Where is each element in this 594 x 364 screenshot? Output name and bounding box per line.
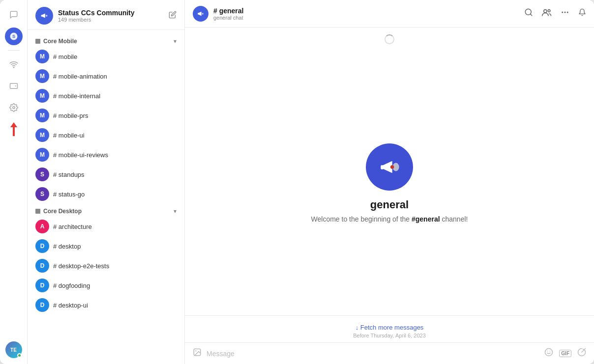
chat-channel-subtitle: general chat [213, 15, 243, 21]
channel-avatar: M [35, 148, 49, 162]
channel-name: # mobile [53, 53, 77, 60]
channel-name: # dogfooding [53, 282, 90, 289]
section-title-core-mobile: Core Mobile [35, 38, 77, 45]
channel-name: # mobile-internal [53, 92, 100, 100]
channel-desktop-ui[interactable]: D # desktop-ui [28, 295, 184, 315]
status-orb-icon[interactable]: S [5, 28, 23, 45]
channel-avatar: M [35, 109, 49, 122]
icon-bar: S [0, 0, 28, 364]
channel-mobile[interactable]: M # mobile [28, 47, 184, 66]
channel-avatar: M [35, 128, 49, 142]
community-info: Status CCs Community 149 members [35, 7, 135, 25]
channel-name: # standups [53, 171, 85, 178]
edit-icon[interactable] [169, 11, 177, 21]
app-window: S [0, 0, 594, 364]
community-logo [35, 7, 53, 25]
svg-point-8 [46, 15, 48, 17]
message-input[interactable] [207, 350, 539, 358]
emoji-icon[interactable] [544, 348, 553, 359]
loading-spinner [385, 34, 394, 44]
channel-dogfooding[interactable]: D # dogfooding [28, 276, 184, 295]
channel-avatar: D [35, 298, 49, 312]
channel-name: # mobile-prs [53, 112, 89, 119]
channel-desktop[interactable]: D # desktop [28, 236, 184, 256]
channel-desktop-e2e-tests[interactable]: D # desktop-e2e-tests [28, 256, 184, 276]
attachment-icon[interactable] [193, 348, 202, 359]
main-chat: # general general chat [185, 0, 594, 364]
channel-name: # mobile-ui-reviews [53, 151, 108, 159]
svg-point-14 [544, 10, 547, 13]
chevron-down-icon: ▾ [174, 38, 177, 45]
community-name: Status CCs Community [58, 9, 135, 17]
channel-name: # status-go [53, 191, 85, 198]
avatar-area: TE [5, 341, 22, 358]
channel-mobile-ui-reviews[interactable]: M # mobile-ui-reviews [28, 145, 184, 165]
svg-point-17 [564, 12, 566, 13]
members-icon[interactable] [542, 8, 552, 19]
channel-avatar: M [35, 69, 49, 83]
channel-mobile-animation[interactable]: M # mobile-animation [28, 66, 184, 86]
channel-welcome-description: Welcome to the beginning of the #general… [311, 215, 468, 223]
section-icon [35, 209, 40, 214]
channel-name: # mobile-animation [53, 73, 107, 80]
svg-marker-5 [10, 122, 17, 136]
section-core-desktop[interactable]: Core Desktop ▾ [28, 204, 184, 217]
chat-header: # general general chat [185, 0, 594, 28]
svg-text:S: S [12, 34, 15, 39]
fetch-more-date: Before Thursday, April 6, 2023 [353, 333, 426, 338]
svg-point-24 [195, 350, 196, 351]
notification-bell-icon[interactable] [578, 8, 586, 19]
svg-rect-20 [381, 165, 384, 169]
divider [8, 50, 20, 51]
svg-rect-7 [41, 15, 42, 17]
channel-avatar: M [35, 89, 49, 103]
search-icon[interactable] [524, 8, 533, 19]
channel-list: Core Mobile ▾ M # mobile M # mobile-anim… [28, 30, 184, 364]
channel-avatar: S [35, 187, 49, 201]
more-options-icon[interactable] [561, 8, 569, 19]
channel-avatar: D [35, 279, 49, 292]
gif-button[interactable]: GIF [559, 350, 571, 357]
channel-avatar: D [35, 239, 49, 253]
community-members: 149 members [58, 17, 135, 23]
chat-title-block: # general general chat [213, 7, 243, 21]
svg-point-18 [567, 12, 568, 13]
channel-avatar: S [35, 168, 49, 181]
svg-point-22 [390, 165, 394, 168]
svg-line-13 [530, 14, 532, 15]
fetch-more-button[interactable]: ↓ Fetch more messages [356, 324, 424, 331]
channel-mobile-ui[interactable]: M # mobile-ui [28, 125, 184, 145]
settings-icon[interactable] [5, 99, 23, 116]
channel-welcome-name: general [370, 198, 409, 211]
sticker-icon[interactable] [577, 348, 586, 359]
chat-header-right [524, 8, 586, 19]
wallet-icon[interactable] [5, 77, 23, 95]
svg-point-25 [545, 349, 553, 356]
channel-architecture[interactable]: A # architecture [28, 217, 184, 236]
channel-avatar: A [35, 220, 49, 233]
chat-body: general Welcome to the beginning of the … [185, 28, 594, 342]
sidebar-header: Status CCs Community 149 members [28, 0, 184, 30]
channel-name: # desktop-ui [53, 302, 88, 309]
fetch-divider: ↓ Fetch more messages Before Thursday, A… [185, 315, 594, 342]
section-core-mobile[interactable]: Core Mobile ▾ [28, 34, 184, 47]
channel-welcome: general Welcome to the beginning of the … [301, 51, 478, 306]
channel-name: # mobile-ui [53, 132, 85, 139]
chat-channel-name: # general [213, 7, 243, 15]
channel-logo [193, 6, 208, 22]
wifi-icon[interactable] [5, 56, 23, 73]
user-avatar[interactable]: TE [5, 341, 22, 358]
svg-rect-10 [198, 13, 199, 14]
channel-mobile-prs[interactable]: M # mobile-prs [28, 106, 184, 125]
channel-avatar: M [35, 50, 49, 63]
section-title-core-desktop: Core Desktop [35, 208, 82, 215]
sidebar: Status CCs Community 149 members Core Mo… [28, 0, 185, 364]
channel-status-go[interactable]: S # status-go [28, 184, 184, 204]
svg-point-2 [13, 67, 14, 68]
svg-point-15 [548, 10, 550, 12]
chat-bubble-icon[interactable] [5, 6, 23, 24]
chevron-down-icon: ▾ [174, 208, 177, 215]
channel-avatar: D [35, 259, 49, 273]
channel-mobile-internal[interactable]: M # mobile-internal [28, 86, 184, 106]
channel-standups[interactable]: S # standups [28, 165, 184, 184]
